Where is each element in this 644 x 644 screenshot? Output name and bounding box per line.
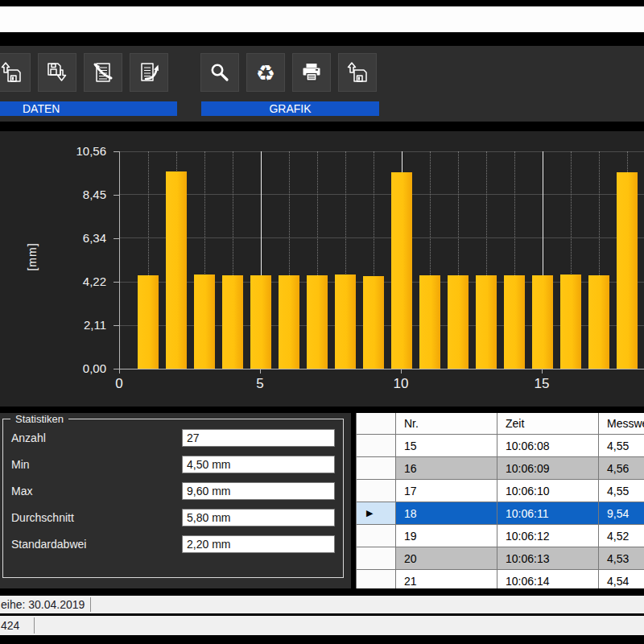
row-selector-cell[interactable]: ▶	[356, 502, 396, 525]
measurement-bar	[617, 172, 638, 369]
zeit-cell[interactable]: 10:06:08	[497, 435, 599, 457]
app-window: ♻ DATEN GRAFIK [mm] 0,002,114,226,348,45…	[0, 0, 644, 644]
stat-value-max[interactable]	[182, 482, 335, 500]
row-selector-cell[interactable]	[356, 570, 396, 588]
x-tick-label: 15	[524, 376, 559, 392]
chart-plot-area	[119, 151, 644, 369]
stat-label-anzahl: Anzahl	[11, 429, 46, 447]
zeit-cell[interactable]: 10:06:13	[497, 547, 599, 570]
zeit-cell[interactable]: 10:06:09	[497, 457, 599, 480]
stat-value-durchschnitt[interactable]	[182, 509, 335, 526]
y-axis-tick	[114, 238, 119, 239]
nr-cell[interactable]: 17	[396, 480, 497, 502]
row-selector-cell[interactable]	[356, 480, 396, 502]
measurement-bar	[307, 275, 328, 369]
load-data-button[interactable]	[0, 53, 31, 92]
row-selector-cell[interactable]	[356, 457, 396, 480]
zeit-cell[interactable]: 10:06:14	[497, 570, 599, 588]
table-row[interactable]: 2010:06:134,53	[356, 547, 644, 570]
column-header-rowheader[interactable]	[356, 413, 396, 435]
table-row[interactable]: 1710:06:104,55	[356, 480, 644, 502]
table-row[interactable]: 1510:06:084,55	[356, 435, 644, 457]
x-axis-tick	[260, 369, 261, 374]
floppy-load-icon	[0, 61, 23, 84]
nr-cell[interactable]: 15	[396, 435, 497, 457]
export-data-button[interactable]	[130, 53, 168, 92]
floppy-load-icon	[346, 61, 369, 84]
nr-cell[interactable]: 21	[396, 570, 497, 588]
table-row[interactable]: 1910:06:124,52	[356, 525, 644, 547]
nr-cell[interactable]: 20	[396, 547, 497, 570]
measurement-bar	[363, 276, 384, 369]
daten-group-label: DATEN	[0, 101, 177, 116]
nr-cell[interactable]: 16	[396, 457, 497, 480]
y-gridline	[120, 194, 644, 195]
row-selector-cell[interactable]	[356, 547, 396, 570]
toolbar-group-daten	[0, 53, 168, 92]
save-graphic-button[interactable]	[338, 53, 377, 92]
measurement-bar	[560, 275, 581, 369]
y-axis-tick	[114, 151, 119, 152]
table-row[interactable]: 2110:06:144,54	[356, 570, 644, 588]
nr-cell[interactable]: 18	[396, 502, 497, 525]
messwert-cell[interactable]: 9,54	[599, 502, 644, 525]
recycle-icon: ♻	[256, 62, 275, 84]
measurement-table[interactable]: Nr.ZeitMesswert1510:06:084,551610:06:094…	[356, 413, 644, 588]
refresh-button[interactable]: ♻	[246, 53, 285, 92]
measurement-bar	[335, 275, 356, 369]
stat-value-anzahl[interactable]	[182, 429, 335, 447]
column-header-Messwert[interactable]: Messwert	[599, 413, 644, 435]
stat-value-min[interactable]	[182, 456, 335, 473]
toolbar-group-grafik: ♻	[200, 53, 377, 92]
y-gridline	[120, 151, 644, 152]
status-separator	[90, 597, 91, 612]
stat-value-standardabwei[interactable]	[182, 535, 335, 553]
measurement-bar	[476, 275, 497, 369]
measurement-bar	[279, 275, 299, 369]
zoom-button[interactable]	[200, 53, 239, 92]
column-header-Nr.[interactable]: Nr.	[396, 413, 497, 435]
y-tick-label: 4,22	[56, 275, 106, 287]
stat-label-durchschnitt: Durchschnitt	[11, 509, 74, 526]
clear-data-button[interactable]	[84, 53, 122, 92]
y-tick-label: 2,11	[56, 319, 106, 331]
messwert-cell[interactable]: 4,55	[599, 435, 644, 457]
y-axis-tick	[114, 325, 119, 326]
column-header-Zeit[interactable]: Zeit	[497, 413, 599, 435]
y-axis-tick	[114, 369, 119, 369]
y-tick-label: 0,00	[56, 362, 106, 374]
statistics-title: Statistiken	[10, 414, 68, 424]
x-tick-label: 10	[383, 376, 419, 392]
status-separator	[34, 617, 35, 634]
measurement-bar	[138, 275, 159, 369]
x-axis-tick	[542, 369, 543, 374]
measurement-bar	[419, 275, 440, 369]
zeit-cell[interactable]: 10:06:10	[497, 480, 599, 502]
print-button[interactable]	[292, 53, 331, 92]
nr-cell[interactable]: 19	[396, 525, 497, 547]
zeit-cell[interactable]: 10:06:11	[497, 502, 599, 525]
measurement-bar	[588, 275, 609, 369]
messwert-cell[interactable]: 4,54	[599, 570, 644, 588]
x-axis-tick	[119, 369, 120, 374]
chart-y-axis-unit-label: [mm]	[26, 242, 39, 270]
messwert-cell[interactable]: 4,52	[599, 525, 644, 547]
stat-label-min: Min	[11, 456, 30, 473]
clear-data-icon	[92, 61, 114, 84]
row-selector-cell[interactable]	[356, 435, 396, 457]
row-selector-cell[interactable]	[356, 525, 396, 547]
device-id-status: 424	[1, 616, 19, 635]
save-data-button[interactable]	[38, 53, 76, 92]
messwert-cell[interactable]: 4,56	[599, 457, 644, 480]
zeit-cell[interactable]: 10:06:12	[497, 525, 599, 547]
table-row[interactable]: 1610:06:094,56	[356, 457, 644, 480]
messwert-cell[interactable]: 4,53	[599, 547, 644, 570]
y-tick-label: 8,45	[56, 188, 106, 200]
grafik-group-label: GRAFIK	[201, 101, 379, 116]
table-row[interactable]: ▶1810:06:119,54	[356, 502, 644, 525]
measurement-bar	[222, 275, 243, 369]
messwert-cell[interactable]: 4,55	[599, 480, 644, 502]
magnifier-icon	[208, 61, 231, 84]
printer-icon	[300, 61, 323, 84]
measurement-bar	[166, 171, 187, 369]
